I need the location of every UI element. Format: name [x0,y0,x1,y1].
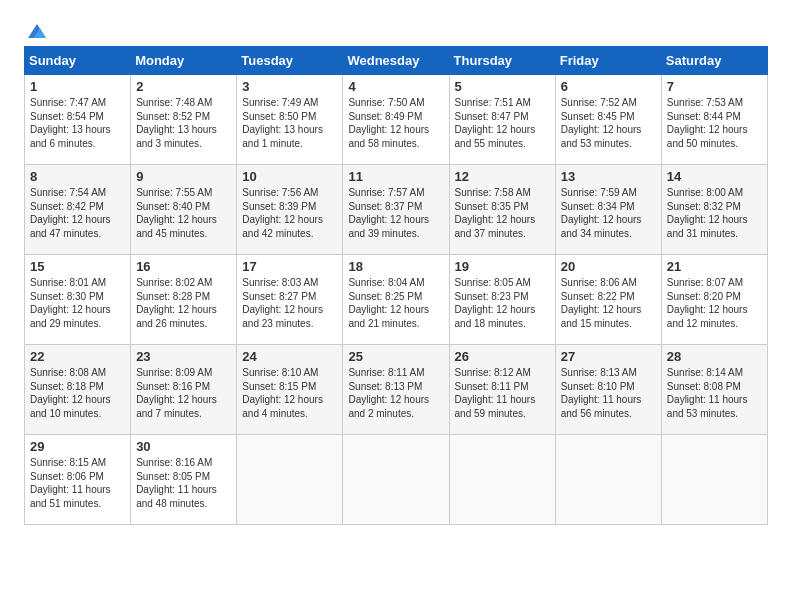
calendar-cell [661,435,767,525]
day-number: 25 [348,349,443,364]
day-number: 14 [667,169,762,184]
cell-content: Sunrise: 8:02 AM Sunset: 8:28 PM Dayligh… [136,276,231,330]
cell-content: Sunrise: 8:10 AM Sunset: 8:15 PM Dayligh… [242,366,337,420]
day-header-thursday: Thursday [449,47,555,75]
calendar-cell: 1Sunrise: 7:47 AM Sunset: 8:54 PM Daylig… [25,75,131,165]
calendar-cell: 21Sunrise: 8:07 AM Sunset: 8:20 PM Dayli… [661,255,767,345]
calendar-cell: 17Sunrise: 8:03 AM Sunset: 8:27 PM Dayli… [237,255,343,345]
day-header-wednesday: Wednesday [343,47,449,75]
day-header-friday: Friday [555,47,661,75]
calendar-cell: 3Sunrise: 7:49 AM Sunset: 8:50 PM Daylig… [237,75,343,165]
day-number: 27 [561,349,656,364]
day-number: 12 [455,169,550,184]
cell-content: Sunrise: 7:48 AM Sunset: 8:52 PM Dayligh… [136,96,231,150]
calendar-cell: 25Sunrise: 8:11 AM Sunset: 8:13 PM Dayli… [343,345,449,435]
calendar-cell: 12Sunrise: 7:58 AM Sunset: 8:35 PM Dayli… [449,165,555,255]
calendar-row: 29Sunrise: 8:15 AM Sunset: 8:06 PM Dayli… [25,435,768,525]
cell-content: Sunrise: 8:12 AM Sunset: 8:11 PM Dayligh… [455,366,550,420]
calendar-cell [343,435,449,525]
calendar-cell [237,435,343,525]
logo-icon [26,20,48,42]
cell-content: Sunrise: 7:57 AM Sunset: 8:37 PM Dayligh… [348,186,443,240]
cell-content: Sunrise: 8:13 AM Sunset: 8:10 PM Dayligh… [561,366,656,420]
day-number: 29 [30,439,125,454]
day-number: 3 [242,79,337,94]
cell-content: Sunrise: 8:04 AM Sunset: 8:25 PM Dayligh… [348,276,443,330]
calendar-row: 15Sunrise: 8:01 AM Sunset: 8:30 PM Dayli… [25,255,768,345]
day-number: 15 [30,259,125,274]
calendar-cell: 2Sunrise: 7:48 AM Sunset: 8:52 PM Daylig… [131,75,237,165]
cell-content: Sunrise: 8:00 AM Sunset: 8:32 PM Dayligh… [667,186,762,240]
day-number: 8 [30,169,125,184]
calendar-cell: 5Sunrise: 7:51 AM Sunset: 8:47 PM Daylig… [449,75,555,165]
cell-content: Sunrise: 7:47 AM Sunset: 8:54 PM Dayligh… [30,96,125,150]
cell-content: Sunrise: 7:56 AM Sunset: 8:39 PM Dayligh… [242,186,337,240]
calendar-row: 22Sunrise: 8:08 AM Sunset: 8:18 PM Dayli… [25,345,768,435]
calendar-cell [449,435,555,525]
calendar-header: SundayMondayTuesdayWednesdayThursdayFrid… [25,47,768,75]
calendar-cell: 13Sunrise: 7:59 AM Sunset: 8:34 PM Dayli… [555,165,661,255]
day-number: 13 [561,169,656,184]
day-number: 24 [242,349,337,364]
calendar-cell: 15Sunrise: 8:01 AM Sunset: 8:30 PM Dayli… [25,255,131,345]
day-number: 18 [348,259,443,274]
day-number: 23 [136,349,231,364]
day-number: 4 [348,79,443,94]
calendar-row: 8Sunrise: 7:54 AM Sunset: 8:42 PM Daylig… [25,165,768,255]
calendar-cell: 24Sunrise: 8:10 AM Sunset: 8:15 PM Dayli… [237,345,343,435]
calendar-cell: 29Sunrise: 8:15 AM Sunset: 8:06 PM Dayli… [25,435,131,525]
cell-content: Sunrise: 7:59 AM Sunset: 8:34 PM Dayligh… [561,186,656,240]
day-number: 6 [561,79,656,94]
calendar-body: 1Sunrise: 7:47 AM Sunset: 8:54 PM Daylig… [25,75,768,525]
calendar-cell: 26Sunrise: 8:12 AM Sunset: 8:11 PM Dayli… [449,345,555,435]
day-number: 26 [455,349,550,364]
calendar-cell: 18Sunrise: 8:04 AM Sunset: 8:25 PM Dayli… [343,255,449,345]
cell-content: Sunrise: 8:16 AM Sunset: 8:05 PM Dayligh… [136,456,231,510]
calendar-cell: 4Sunrise: 7:50 AM Sunset: 8:49 PM Daylig… [343,75,449,165]
calendar-cell: 19Sunrise: 8:05 AM Sunset: 8:23 PM Dayli… [449,255,555,345]
logo [24,20,48,38]
cell-content: Sunrise: 8:01 AM Sunset: 8:30 PM Dayligh… [30,276,125,330]
day-number: 20 [561,259,656,274]
day-number: 21 [667,259,762,274]
calendar-cell: 23Sunrise: 8:09 AM Sunset: 8:16 PM Dayli… [131,345,237,435]
cell-content: Sunrise: 7:55 AM Sunset: 8:40 PM Dayligh… [136,186,231,240]
day-number: 5 [455,79,550,94]
calendar-cell [555,435,661,525]
cell-content: Sunrise: 8:09 AM Sunset: 8:16 PM Dayligh… [136,366,231,420]
day-number: 28 [667,349,762,364]
calendar-cell: 20Sunrise: 8:06 AM Sunset: 8:22 PM Dayli… [555,255,661,345]
calendar-cell: 8Sunrise: 7:54 AM Sunset: 8:42 PM Daylig… [25,165,131,255]
cell-content: Sunrise: 8:06 AM Sunset: 8:22 PM Dayligh… [561,276,656,330]
day-number: 17 [242,259,337,274]
cell-content: Sunrise: 7:51 AM Sunset: 8:47 PM Dayligh… [455,96,550,150]
calendar-table: SundayMondayTuesdayWednesdayThursdayFrid… [24,46,768,525]
cell-content: Sunrise: 7:52 AM Sunset: 8:45 PM Dayligh… [561,96,656,150]
day-number: 16 [136,259,231,274]
cell-content: Sunrise: 7:50 AM Sunset: 8:49 PM Dayligh… [348,96,443,150]
cell-content: Sunrise: 7:53 AM Sunset: 8:44 PM Dayligh… [667,96,762,150]
day-header-tuesday: Tuesday [237,47,343,75]
calendar-cell: 30Sunrise: 8:16 AM Sunset: 8:05 PM Dayli… [131,435,237,525]
day-header-saturday: Saturday [661,47,767,75]
day-header-sunday: Sunday [25,47,131,75]
calendar-cell: 7Sunrise: 7:53 AM Sunset: 8:44 PM Daylig… [661,75,767,165]
day-number: 22 [30,349,125,364]
day-number: 2 [136,79,231,94]
day-number: 7 [667,79,762,94]
day-number: 10 [242,169,337,184]
calendar-cell: 9Sunrise: 7:55 AM Sunset: 8:40 PM Daylig… [131,165,237,255]
cell-content: Sunrise: 7:58 AM Sunset: 8:35 PM Dayligh… [455,186,550,240]
cell-content: Sunrise: 8:08 AM Sunset: 8:18 PM Dayligh… [30,366,125,420]
cell-content: Sunrise: 8:11 AM Sunset: 8:13 PM Dayligh… [348,366,443,420]
day-header-monday: Monday [131,47,237,75]
calendar-cell: 10Sunrise: 7:56 AM Sunset: 8:39 PM Dayli… [237,165,343,255]
header-row: SundayMondayTuesdayWednesdayThursdayFrid… [25,47,768,75]
cell-content: Sunrise: 7:54 AM Sunset: 8:42 PM Dayligh… [30,186,125,240]
calendar-cell: 28Sunrise: 8:14 AM Sunset: 8:08 PM Dayli… [661,345,767,435]
calendar-cell: 6Sunrise: 7:52 AM Sunset: 8:45 PM Daylig… [555,75,661,165]
day-number: 19 [455,259,550,274]
cell-content: Sunrise: 8:14 AM Sunset: 8:08 PM Dayligh… [667,366,762,420]
day-number: 9 [136,169,231,184]
page-header [24,20,768,38]
